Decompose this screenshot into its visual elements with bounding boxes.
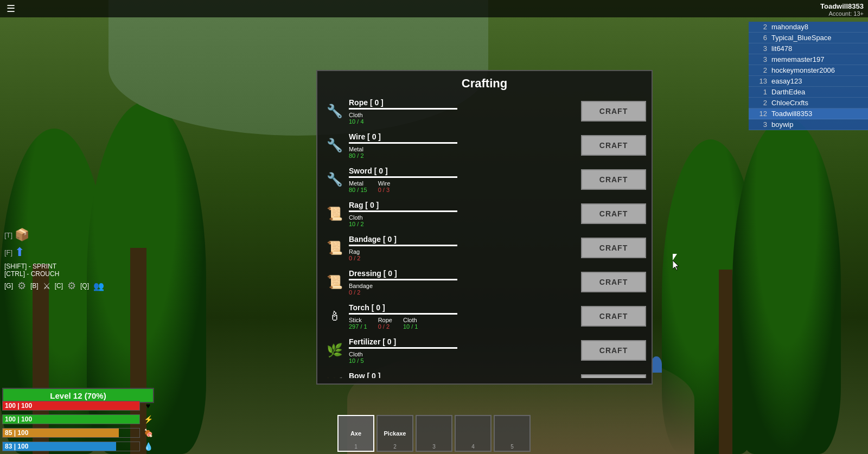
menu-button[interactable]: ☰ (0, 3, 22, 15)
arrow-up-icon: ⬆ (15, 245, 24, 259)
crafting-panel: Crafting 🔧 Rope [ 0 ] Cloth 10 / 4 CRAFT… (316, 70, 653, 385)
craft-details: Wire [ 0 ] Metal 80 / 2 (349, 132, 581, 159)
c-key: [C] (55, 282, 63, 290)
craft-details: Rag [ 0 ] Cloth 10 / 2 (349, 201, 581, 227)
score-player-name: easay123 (771, 77, 865, 85)
crafting-item-row: 🔧 Sword [ 0 ] Metal 80 / 15 Wire 0 / 3 C… (323, 164, 646, 195)
craft-bar (349, 176, 457, 178)
scoreboard-row: 3boywip (749, 119, 868, 130)
craft-button[interactable]: CRAFT (581, 272, 646, 292)
stat-bar-bg: 83 | 100 (2, 442, 140, 451)
craft-button[interactable]: CRAFT (581, 203, 646, 224)
ingredient-count: 10 / 5 (349, 357, 364, 364)
player-name: Toadwill8353 (820, 2, 864, 10)
player-info: Toadwill8353 Account: 13+ (820, 2, 864, 17)
craft-item-name: Bow [ 0 ] (349, 372, 581, 378)
score-player-name: mahonday8 (771, 23, 865, 31)
ingredient-count: 80 / 2 (349, 152, 364, 159)
craft-item-icon: 📜 (327, 274, 343, 290)
ingredient-name: Metal (349, 180, 367, 187)
score-number: 2 (752, 66, 767, 74)
craft-button[interactable]: CRAFT (581, 374, 646, 378)
scoreboard-row: 3mememaster197 (749, 54, 868, 65)
craft-button[interactable]: CRAFT (581, 306, 646, 327)
score-number: 3 (752, 55, 767, 63)
craft-item-icon: 📜 (327, 206, 343, 221)
hotbar-slot-3[interactable]: 3 (416, 415, 452, 452)
hotbar-slot-5[interactable]: 5 (494, 415, 531, 452)
ingredient-count: 10 / 2 (349, 221, 364, 227)
ingredient: Cloth 10 / 5 (349, 351, 364, 364)
craft-item-name: Wire [ 0 ] (349, 132, 581, 141)
crafting-list[interactable]: 🔧 Rope [ 0 ] Cloth 10 / 4 CRAFT 🔧 Wire [… (317, 96, 652, 378)
hotbar-item-name: Pickaxe (384, 430, 406, 437)
account-label: Account: 13+ (820, 10, 864, 17)
score-number: 2 (752, 23, 767, 31)
hotbar-slot-4[interactable]: 4 (455, 415, 492, 452)
score-player-name: DarthEdea (771, 88, 865, 96)
level-text: Level 12 (70%) (50, 391, 106, 400)
crafting-item-row: 📜 Dressing [ 0 ] Bandage 0 / 2 CRAFT (323, 267, 646, 298)
ingredient-name: Metal (349, 146, 364, 152)
craft-ingredients: Cloth 10 / 4 (349, 112, 581, 125)
hud-f-item: [F] ⬆ (4, 245, 104, 259)
crafting-item-row: 🔧 Rope [ 0 ] Cloth 10 / 4 CRAFT (323, 96, 646, 127)
ingredient-name: Cloth (403, 317, 418, 323)
ingredient-count: 80 / 15 (349, 187, 367, 193)
ingredient: Wire 0 / 3 (378, 180, 391, 193)
ingredient-count: 10 / 1 (403, 323, 418, 330)
craft-button[interactable]: CRAFT (581, 238, 646, 258)
score-player-name: Toadwill8353 (771, 110, 865, 118)
stat-bar-text: 85 | 100 (5, 429, 28, 437)
ingredient: Stick 297 / 1 (349, 317, 367, 330)
crafting-item-row: 🏹 Bow [ 0 ] Stick 297 / 7 Rope 0 / 1 CRA… (323, 369, 646, 378)
t-key-label: [T] (4, 231, 12, 239)
score-number: 13 (752, 77, 767, 85)
craft-details: Dressing [ 0 ] Bandage 0 / 2 (349, 269, 581, 296)
hotbar-slot-1[interactable]: Axe 1 (337, 415, 374, 452)
ingredient-name: Stick (349, 317, 367, 323)
score-player-name: ChloeCrxfts (771, 99, 865, 107)
crafting-item-row: 📜 Rag [ 0 ] Cloth 10 / 2 CRAFT (323, 199, 646, 229)
stat-icon: ♥ (142, 400, 154, 412)
score-player-name: mememaster197 (771, 55, 865, 63)
ingredient: Rope 0 / 2 (378, 317, 392, 330)
ingredient-count: 0 / 2 (378, 323, 392, 330)
craft-details: Fertilizer [ 0 ] Cloth 10 / 5 (349, 337, 581, 364)
ingredient-name: Cloth (349, 112, 364, 118)
ingredient-name: Cloth (349, 214, 364, 221)
ingredient: Rag 0 / 2 (349, 248, 360, 261)
hotbar-slot-num: 2 (393, 444, 397, 450)
score-number: 3 (752, 120, 767, 129)
scoreboard-row: 6Typical_BlueSpace (749, 33, 868, 43)
craft-item-icon-area: 🌿 (323, 343, 347, 358)
stat-bar-bg: 100 | 100 (2, 414, 140, 424)
craft-item-name: Sword [ 0 ] (349, 167, 581, 175)
hotbar-slot-num: 5 (510, 444, 514, 450)
ingredient: Bandage 0 / 2 (349, 283, 373, 296)
stat-icon: ⚡ (142, 413, 154, 425)
craft-bar (349, 142, 457, 144)
craft-item-icon: 🏹 (327, 377, 343, 378)
craft-button[interactable]: CRAFT (581, 169, 646, 190)
q-key: [Q] (80, 282, 89, 290)
craft-item-icon: 🔧 (327, 138, 343, 153)
craft-button[interactable]: CRAFT (581, 101, 646, 122)
craft-item-icon: 📜 (327, 240, 343, 255)
sprint-label: [SHIFT] - SPRINT (4, 263, 104, 270)
chest-icon: 📦 (15, 228, 29, 242)
stat-bar-row: 100 | 100 ♥ (2, 400, 154, 412)
scoreboard-row: 1DarthEdea (749, 87, 868, 98)
craft-item-icon-area: 📜 (323, 206, 347, 221)
ingredient: Cloth 10 / 4 (349, 112, 364, 125)
craft-button[interactable]: CRAFT (581, 340, 646, 361)
ingredient-count: 0 / 2 (349, 255, 360, 261)
scoreboard-row: 2hockeymonster2006 (749, 65, 868, 76)
craft-item-icon: 🕯 (328, 309, 341, 324)
craft-button[interactable]: CRAFT (581, 135, 646, 156)
crafting-item-row: 🕯 Torch [ 0 ] Stick 297 / 1 Rope 0 / 2 C… (323, 301, 646, 332)
hotbar-slot-2[interactable]: Pickaxe 2 (376, 415, 413, 452)
craft-ingredients: Cloth 10 / 5 (349, 351, 581, 364)
left-hud: [T] 📦 [F] ⬆ [SHIFT] - SPRINT [CTRL] - CR… (4, 228, 104, 292)
ingredient-name: Bandage (349, 283, 373, 289)
